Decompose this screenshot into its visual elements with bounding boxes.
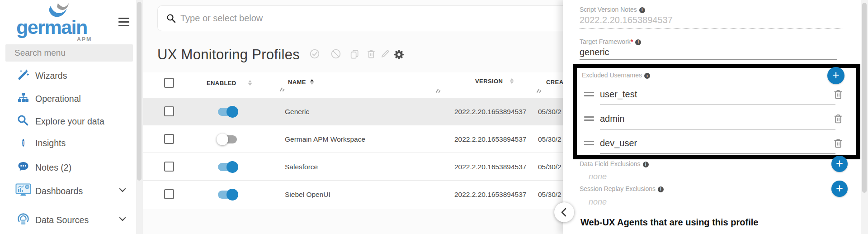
sidebar-search-input[interactable]: Search menu [5, 44, 133, 62]
sidebar-item-dashboards[interactable]: Dashboards [0, 182, 137, 200]
sidebar-item-label: Insights [35, 138, 66, 148]
page-title: UX Monitoring Profiles [157, 47, 300, 63]
item-underline [600, 129, 835, 129]
data-field-exclusions-empty-value: none [589, 172, 607, 181]
column-header-name[interactable]: NAME [288, 79, 306, 86]
sort-arrows-enabled[interactable] [248, 80, 252, 86]
settings-gear-icon [394, 49, 404, 60]
app-window: Type or select below UX Monitoring Profi… [0, 0, 868, 234]
excluded-usernames-label: Excluded Usernamesi [582, 72, 650, 79]
info-icon[interactable]: i [644, 73, 650, 79]
chevron-down-icon[interactable] [119, 217, 126, 221]
sort-arrows-name[interactable] [310, 79, 314, 85]
column-header-enabled[interactable]: ENABLED [207, 80, 236, 86]
profile-created: 05/30/2 [538, 153, 561, 181]
sidebar-item-notes[interactable]: Notes (2) [0, 158, 137, 177]
sidebar-item-label: Dashboards [35, 186, 83, 196]
chevron-down-icon[interactable] [119, 188, 126, 192]
approve-button[interactable] [310, 49, 321, 61]
add-data-field-exclusion-button[interactable]: + [831, 156, 848, 172]
info-icon[interactable]: i [635, 39, 641, 45]
info-icon[interactable]: i [639, 7, 645, 13]
column-resize-handle[interactable] [536, 89, 542, 93]
edit-button[interactable] [380, 49, 392, 61]
profile-detail-drawer: Script Version Notesi 2022.2.20.16538945… [563, 0, 868, 234]
select-all-checkbox[interactable] [164, 78, 174, 88]
add-session-replay-exclusion-button[interactable]: + [831, 181, 848, 197]
sidebar-item-data-sources[interactable]: Data Sources [0, 211, 137, 229]
dashboard-monitor-icon [15, 183, 31, 199]
profile-version: 2022.2.20.1653894537 [454, 181, 526, 208]
delete-button[interactable] [366, 49, 378, 61]
approve-icon [310, 49, 320, 59]
delete-item-trash-icon[interactable] [833, 89, 844, 100]
info-icon[interactable]: i [658, 186, 664, 192]
delete-item-trash-icon[interactable] [833, 138, 844, 148]
enabled-toggle[interactable] [218, 163, 237, 171]
database-icon [15, 213, 31, 227]
excluded-username-value[interactable]: admin [600, 114, 624, 124]
web-ux-agents-heading: Web-UX Agents that are using this profil… [580, 217, 758, 228]
hamburger-menu-icon[interactable] [118, 18, 129, 29]
enabled-toggle[interactable] [218, 191, 237, 199]
profile-version: 2022.2.20.1653894537 [454, 153, 526, 181]
enabled-toggle[interactable] [218, 108, 237, 116]
drag-handle-icon[interactable] [584, 90, 594, 98]
excluded-username-value[interactable]: dev_user [600, 138, 637, 148]
sidebar-item-wizards[interactable]: Wizards [0, 67, 137, 85]
sidebar-item-label: Data Sources [35, 215, 89, 225]
required-asterisk: * [631, 38, 633, 45]
sidebar-item-label: Wizards [35, 71, 67, 81]
script-version-notes-value[interactable]: 2022.2.20.1653894537 [580, 15, 673, 25]
item-underline [600, 153, 835, 154]
row-checkbox[interactable] [164, 134, 174, 144]
profile-name: Generic [285, 98, 309, 125]
profile-name: Salesforce [285, 153, 318, 181]
sitemap-icon [15, 92, 31, 105]
row-checkbox[interactable] [164, 106, 174, 116]
field-underline [580, 59, 837, 60]
sidebar-item-label: Operational [35, 94, 81, 104]
excluded-username-value[interactable]: user_test [600, 89, 637, 100]
row-checkbox[interactable] [164, 189, 174, 199]
info-icon[interactable]: i [643, 162, 649, 167]
disable-button[interactable] [331, 49, 343, 61]
sidebar-item-explore-your-data[interactable]: Explore your data [0, 112, 137, 130]
column-header-version[interactable]: VERSION [475, 78, 503, 85]
page-scrollbar-thumb[interactable] [862, 3, 867, 193]
magic-wand-icon [15, 69, 31, 82]
magnifier-icon [15, 115, 31, 128]
drag-handle-icon[interactable] [584, 139, 594, 147]
toggle-knob [226, 189, 238, 201]
search-icon [166, 14, 176, 24]
session-replay-exclusions-empty-value: none [589, 197, 607, 207]
sidebar-item-operational[interactable]: Operational [0, 90, 137, 108]
profile-created: 05/30/2 [538, 98, 561, 125]
edit-pencil-icon [380, 49, 390, 59]
profile-name: Siebel OpenUI [285, 181, 330, 208]
add-excluded-username-button[interactable]: + [827, 67, 844, 84]
collapse-drawer-button[interactable] [554, 202, 574, 222]
sort-arrows-version[interactable] [510, 78, 514, 84]
germain-logo-text: germain [16, 16, 87, 38]
excluded-username-row: admin [577, 110, 856, 127]
exclamation-circle-icon: ! [15, 138, 31, 148]
column-resize-handle[interactable] [435, 89, 441, 93]
enabled-toggle[interactable] [218, 135, 237, 143]
drag-handle-icon[interactable] [584, 115, 594, 123]
delete-item-trash-icon[interactable] [833, 113, 844, 124]
sidebar-search-placeholder: Search menu [5, 44, 133, 62]
copy-icon [349, 49, 359, 59]
excluded-usernames-highlight-box: Excluded Usernamesi + user_test admin [573, 64, 860, 159]
sidebar-item-insights[interactable]: ! Insights [0, 134, 137, 152]
toggle-knob [226, 106, 238, 118]
settings-button[interactable] [394, 49, 406, 61]
target-framework-value[interactable]: generic [580, 47, 609, 57]
copy-button[interactable] [349, 49, 361, 61]
column-resize-handle[interactable] [279, 87, 285, 92]
profile-created: 05/30/2 [538, 125, 561, 153]
apm-logo-subtext: APM [77, 36, 92, 43]
sidebar-scrollbar-thumb[interactable] [137, 2, 142, 181]
item-underline [600, 105, 835, 105]
row-checkbox[interactable] [164, 162, 174, 172]
